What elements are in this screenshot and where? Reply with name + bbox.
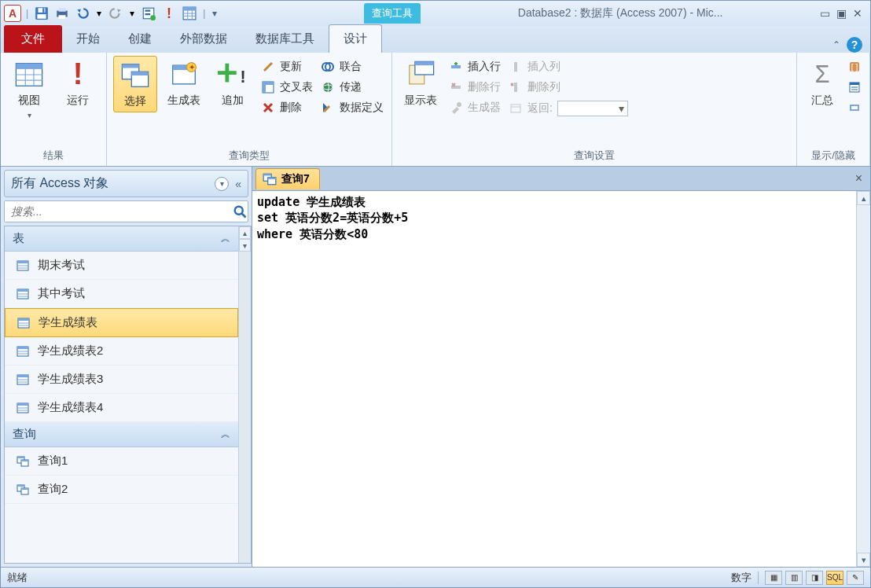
- select-query-label: 选择: [124, 94, 146, 108]
- svg-rect-77: [17, 347, 28, 349]
- tab-home[interactable]: 开始: [62, 25, 114, 53]
- tab-create[interactable]: 创建: [114, 25, 166, 53]
- maketable-button[interactable]: ✦ 生成表: [162, 56, 206, 111]
- datadefn-icon: [321, 101, 335, 115]
- insertcol-button[interactable]: 插入列: [507, 59, 630, 75]
- svg-line-63: [242, 214, 246, 218]
- deleterow-label: 删除行: [468, 80, 501, 94]
- scroll-down-icon[interactable]: ▾: [857, 553, 870, 567]
- datasheet-icon[interactable]: [181, 5, 198, 22]
- status-bar: 就绪 数字 ▦ ▥ ◨ SQL ✎: [1, 567, 870, 587]
- collapse-icon[interactable]: «: [235, 178, 241, 190]
- chart-view-icon[interactable]: ◨: [806, 571, 823, 585]
- svg-text:!: !: [241, 68, 246, 86]
- sql-editor[interactable]: update 学生成绩表 set 英语分数2=英语分数+5 where 英语分数…: [252, 191, 856, 567]
- table-item[interactable]: 学生成绩表3: [5, 366, 238, 394]
- svg-rect-13: [183, 7, 196, 11]
- undo-icon[interactable]: [74, 5, 91, 22]
- tablenames-icon: [847, 101, 862, 115]
- return-combo[interactable]: 返回:▾: [507, 100, 630, 117]
- table-item[interactable]: 学生成绩表2: [5, 337, 238, 366]
- tab-external[interactable]: 外部数据: [166, 25, 241, 53]
- status-ready: 就绪: [7, 571, 28, 585]
- item-label: 学生成绩表2: [38, 344, 103, 358]
- table-icon: [16, 287, 30, 301]
- table-item[interactable]: 期末考试: [5, 252, 238, 280]
- tab-design[interactable]: 设计: [329, 24, 382, 53]
- minimize-icon[interactable]: ▭: [820, 7, 830, 20]
- document-tab[interactable]: 查询7: [255, 168, 320, 189]
- group-query-type: 选择 ✦ 生成表 ! 追加 更新 交叉表 删除 联合 传递: [107, 53, 392, 166]
- parameters-button[interactable]: [ ]: [846, 59, 863, 75]
- svg-point-10: [150, 15, 156, 20]
- table-item[interactable]: 其中考试: [5, 280, 238, 308]
- datasheet-view-icon: [13, 59, 45, 90]
- help-icon[interactable]: ?: [847, 37, 862, 53]
- scroll-up-icon[interactable]: ▴: [857, 191, 870, 205]
- query-item[interactable]: 查询2: [5, 476, 238, 504]
- nav-pane-header[interactable]: 所有 Access 对象 ▾ «: [4, 170, 248, 197]
- nav-category-tables[interactable]: 表︽: [5, 226, 238, 252]
- crosstab-button[interactable]: 交叉表: [259, 79, 314, 95]
- qat-customize-icon[interactable]: ▾: [210, 5, 219, 22]
- tab-dbtools[interactable]: 数据库工具: [241, 25, 329, 53]
- return-dropdown[interactable]: ▾: [557, 101, 628, 116]
- sql-scrollbar[interactable]: ▴ ▾: [856, 191, 870, 567]
- propsheet-button[interactable]: [846, 79, 863, 95]
- table-icon: [16, 401, 30, 415]
- dropdown-icon[interactable]: ▾: [127, 5, 137, 22]
- search-input[interactable]: [5, 201, 232, 222]
- app-icon: A: [4, 5, 21, 22]
- insertcol-label: 插入列: [527, 60, 560, 74]
- view-button[interactable]: 视图 ▾: [7, 56, 51, 123]
- delete-button[interactable]: 删除: [259, 100, 314, 116]
- table-item[interactable]: 学生成绩表: [5, 308, 238, 337]
- search-icon[interactable]: [232, 204, 248, 219]
- query-item[interactable]: 查询1: [5, 447, 238, 476]
- run-button[interactable]: ! 运行: [56, 56, 100, 111]
- append-label: 追加: [222, 94, 244, 108]
- dropdown-icon[interactable]: ▾: [94, 5, 104, 22]
- passthrough-button[interactable]: 传递: [319, 79, 385, 95]
- save-icon[interactable]: [33, 5, 50, 22]
- document-tab-row: 查询7 ×: [252, 167, 870, 190]
- datadefn-button[interactable]: 数据定义: [319, 100, 385, 116]
- totals-button[interactable]: Σ 汇总: [803, 56, 841, 111]
- deletecol-button[interactable]: 删除列: [507, 79, 630, 95]
- scroll-up-icon[interactable]: ▴: [239, 226, 251, 239]
- nav-category-queries[interactable]: 查询︽: [5, 422, 238, 447]
- tablenames-button[interactable]: [846, 100, 863, 116]
- maximize-icon[interactable]: ▣: [836, 7, 847, 20]
- minimize-ribbon-icon[interactable]: ⌃: [832, 39, 840, 50]
- svg-rect-49: [514, 62, 517, 72]
- deleterow-button[interactable]: 删除行: [447, 79, 502, 95]
- scroll-down-icon[interactable]: ▾: [239, 239, 251, 252]
- warning-icon[interactable]: !: [160, 5, 178, 22]
- app-window: A | ▾ ▾ ! | ▾ 查询工具 Database2 : 数据库 (Acce…: [0, 0, 871, 588]
- union-button[interactable]: 联合: [319, 59, 385, 75]
- builder-button[interactable]: 生成器: [447, 100, 502, 116]
- design-view-icon[interactable]: ✎: [847, 571, 864, 585]
- datasheet-view-icon[interactable]: ▦: [765, 571, 782, 585]
- select-query-button[interactable]: 选择: [113, 56, 157, 112]
- append-button[interactable]: ! 追加: [211, 56, 255, 111]
- datadefn-label: 数据定义: [340, 101, 384, 115]
- insertrow-button[interactable]: 插入行: [447, 59, 502, 75]
- update-button[interactable]: 更新: [259, 59, 314, 75]
- insertrow-label: 插入行: [468, 60, 501, 74]
- table-item[interactable]: 学生成绩表4: [5, 394, 238, 422]
- insertcol-icon: [509, 60, 523, 74]
- form-icon[interactable]: [140, 5, 157, 22]
- svg-text:[ ]: [ ]: [851, 63, 858, 72]
- close-icon[interactable]: ✕: [853, 7, 862, 20]
- redo-icon[interactable]: [107, 5, 124, 22]
- nav-menu-icon[interactable]: ▾: [215, 177, 229, 191]
- pivot-view-icon[interactable]: ▥: [785, 571, 803, 585]
- svg-rect-69: [17, 289, 28, 292]
- tab-file[interactable]: 文件: [4, 25, 62, 53]
- nav-scrollbar[interactable]: ▴ ▾: [238, 226, 251, 563]
- close-document-icon[interactable]: ×: [851, 171, 867, 186]
- showtable-button[interactable]: 显示表: [399, 56, 443, 111]
- sql-view-icon[interactable]: SQL: [826, 571, 843, 585]
- print-icon[interactable]: [53, 5, 71, 22]
